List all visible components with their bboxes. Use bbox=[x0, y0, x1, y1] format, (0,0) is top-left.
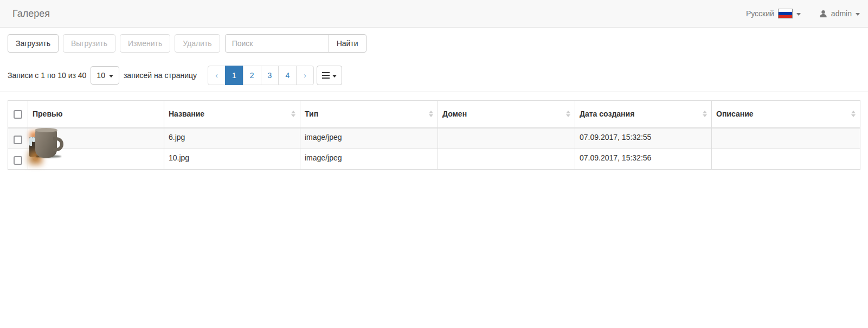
page-button-4[interactable]: 4 bbox=[278, 66, 297, 85]
divider bbox=[0, 92, 868, 92]
row-checkbox-cell bbox=[8, 149, 28, 169]
gallery-table: Превью Название Тип Домен Дата создания … bbox=[8, 100, 860, 170]
column-header-domain[interactable]: Домен bbox=[438, 101, 575, 128]
column-header-name[interactable]: Название bbox=[164, 101, 300, 128]
search-input[interactable] bbox=[225, 34, 329, 53]
navbar: Галерея Русский admin bbox=[0, 0, 868, 28]
column-header-created[interactable]: Дата создания bbox=[575, 101, 712, 128]
description-cell bbox=[712, 128, 860, 149]
column-label: Домен bbox=[442, 110, 467, 118]
navbar-right: Русский admin bbox=[746, 9, 860, 18]
column-header-preview: Превью bbox=[28, 101, 164, 128]
page-size-value: 10 bbox=[97, 71, 105, 80]
delete-button[interactable]: Удалить bbox=[175, 34, 220, 53]
created-cell: 07.09.2017, 15:32:56 bbox=[575, 149, 712, 169]
row-checkbox[interactable] bbox=[14, 136, 22, 144]
user-icon bbox=[819, 10, 827, 18]
sort-icon bbox=[291, 111, 295, 117]
page-button-1[interactable]: 1 bbox=[225, 66, 243, 85]
domain-cell bbox=[438, 128, 575, 149]
row-checkbox[interactable] bbox=[14, 156, 22, 165]
language-dropdown[interactable]: Русский bbox=[746, 9, 801, 18]
pagination: ‹ 1 2 3 4 › bbox=[208, 66, 314, 85]
toolbar: Загрузить Выгрузить Изменить Удалить Най… bbox=[8, 34, 860, 53]
user-dropdown[interactable]: admin bbox=[819, 9, 860, 18]
search-button[interactable]: Найти bbox=[329, 34, 367, 53]
columns-menu-button[interactable] bbox=[317, 66, 342, 85]
created-cell: 07.09.2017, 15:32:55 bbox=[575, 128, 712, 149]
row-checkbox-cell bbox=[8, 128, 28, 149]
column-label: Название bbox=[169, 110, 204, 118]
page-button-3[interactable]: 3 bbox=[261, 66, 279, 85]
column-label: Тип bbox=[305, 110, 318, 118]
column-header-description[interactable]: Описание bbox=[712, 101, 860, 128]
next-page-button[interactable]: › bbox=[296, 66, 314, 85]
sort-icon bbox=[851, 111, 856, 117]
table-row: 6.jpg image/jpeg 07.09.2017, 15:32:55 bbox=[8, 128, 860, 149]
russia-flag-icon bbox=[778, 9, 793, 18]
description-cell bbox=[712, 149, 860, 169]
thumbnail-frame bbox=[33, 155, 38, 160]
domain-cell bbox=[438, 149, 575, 169]
sort-icon bbox=[566, 111, 570, 117]
column-label: Дата создания bbox=[580, 110, 634, 118]
upload-button[interactable]: Загрузить bbox=[8, 34, 59, 53]
table-header-row: Превью Название Тип Домен Дата создания … bbox=[8, 101, 860, 128]
search-group: Найти bbox=[225, 34, 367, 53]
name-cell: 6.jpg bbox=[164, 128, 300, 149]
prev-page-button[interactable]: ‹ bbox=[208, 66, 226, 85]
column-label: Превью bbox=[33, 110, 63, 118]
hamburger-icon bbox=[322, 72, 330, 79]
preview-cell bbox=[28, 149, 164, 169]
column-header-type[interactable]: Тип bbox=[300, 101, 438, 128]
edit-button[interactable]: Изменить bbox=[120, 34, 170, 53]
caret-down-icon bbox=[109, 75, 113, 78]
export-button[interactable]: Выгрузить bbox=[63, 34, 115, 53]
sort-icon bbox=[703, 111, 707, 117]
table-row: 10.jpg image/jpeg 07.09.2017, 15:32:56 bbox=[8, 149, 860, 169]
records-info: Записи с 1 по 10 из 40 bbox=[8, 71, 86, 80]
header-checkbox-cell bbox=[8, 101, 28, 128]
caret-down-icon bbox=[332, 75, 337, 78]
page-size-select[interactable]: 10 bbox=[91, 66, 119, 85]
sort-icon bbox=[429, 111, 433, 117]
caret-down-icon bbox=[856, 13, 860, 16]
column-label: Описание bbox=[716, 110, 754, 118]
username-label: admin bbox=[831, 9, 852, 18]
caret-down-icon bbox=[796, 13, 801, 16]
type-cell: image/jpeg bbox=[300, 149, 438, 169]
type-cell: image/jpeg bbox=[300, 128, 438, 149]
language-label: Русский bbox=[746, 9, 774, 18]
name-cell: 10.jpg bbox=[164, 149, 300, 169]
select-all-checkbox[interactable] bbox=[14, 110, 22, 119]
per-page-label: записей на страницу bbox=[124, 71, 197, 80]
page-button-2[interactable]: 2 bbox=[243, 66, 261, 85]
pagination-bar: Записи с 1 по 10 из 40 10 записей на стр… bbox=[8, 66, 860, 85]
page-title: Галерея bbox=[12, 8, 50, 20]
